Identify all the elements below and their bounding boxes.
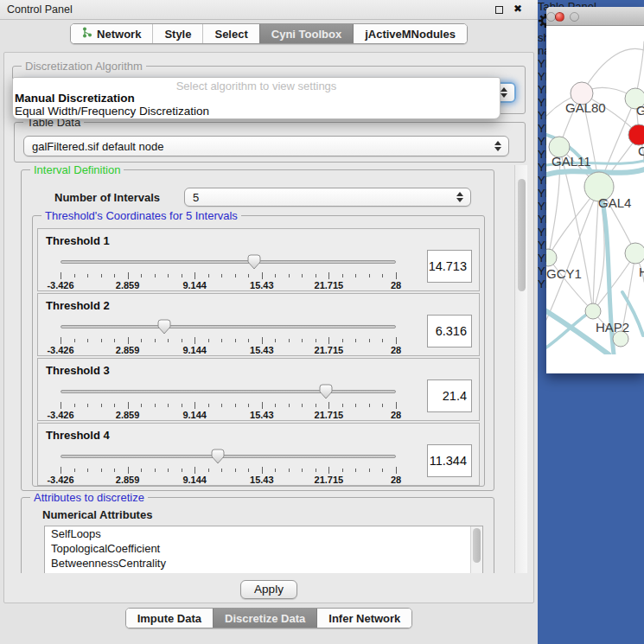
network-canvas[interactable]: GAL80GACGAL11GAL4GCY1HHAP2 — [546, 7, 644, 354]
network-node-label: H — [639, 265, 644, 279]
tick-label: -3.426 — [47, 475, 73, 485]
tick-mark — [328, 272, 329, 279]
tick-mark — [208, 274, 209, 277]
tick-mark — [221, 339, 222, 342]
tick-label: 15.43 — [250, 345, 274, 355]
tick-mark — [114, 274, 115, 277]
number-of-intervals-combobox[interactable]: 5 — [184, 188, 471, 207]
table-data-value: galFiltered.sif default node — [32, 140, 163, 153]
tick-mark — [275, 469, 276, 472]
slider-thumb[interactable] — [319, 384, 333, 399]
threshold-value-field[interactable]: 21.4 — [427, 379, 472, 412]
tick-label: 15.43 — [250, 475, 274, 485]
slider-thumb[interactable] — [157, 319, 171, 335]
tick-mark — [182, 339, 182, 342]
cyni-toolbox-panel: Discretization Algorithm Select algorith… — [3, 52, 534, 603]
combo-arrows-icon — [456, 192, 463, 202]
tick-label: 28 — [391, 410, 401, 420]
attribute-item[interactable]: SelfLoops — [45, 526, 482, 541]
tab-label: jActiveMNodules — [365, 28, 456, 41]
slider-thumb[interactable] — [211, 449, 225, 464]
tick-mark — [221, 404, 222, 407]
tick-mark — [289, 339, 290, 342]
algorithm-option[interactable]: Equal Width/Frequency Discretization — [13, 105, 500, 118]
tick-mark — [289, 404, 290, 407]
tick-mark — [208, 339, 209, 342]
tick-mark — [128, 467, 129, 474]
tab-impute-data[interactable]: Impute Data — [126, 609, 213, 628]
tick-label: 9.144 — [182, 345, 207, 355]
attribute-item[interactable]: TopologicalCoefficient — [45, 541, 482, 556]
tick-mark — [302, 274, 303, 277]
network-icon — [82, 27, 92, 41]
tick-mark — [355, 469, 356, 472]
float-window-icon[interactable] — [495, 6, 503, 14]
tick-mark — [87, 404, 88, 407]
tick-label: -3.426 — [47, 345, 73, 355]
tick-label: 2.859 — [116, 345, 140, 355]
tab-infer-network[interactable]: Infer Network — [316, 609, 411, 628]
tick-mark — [396, 272, 397, 279]
threshold-value-field[interactable]: 6.316 — [427, 315, 472, 348]
algorithm-option[interactable]: Manual Discretization — [13, 92, 500, 105]
top-tab-bar: NetworkStyleSelectCyni ToolboxjActiveMNo… — [70, 23, 468, 44]
threshold-value-field[interactable]: 14.713 — [427, 250, 472, 283]
threshold-value-field[interactable]: 11.344 — [427, 444, 472, 477]
tick-label: 2.859 — [116, 475, 140, 485]
control-panel-title: Control Panel — [7, 3, 73, 16]
tick-mark — [248, 339, 249, 342]
tab-select[interactable]: Select — [202, 24, 258, 43]
number-of-intervals-value: 5 — [193, 191, 199, 204]
slider-track — [61, 325, 396, 328]
slider-ticks — [61, 272, 396, 279]
numerical-attributes-list[interactable]: SelfLoopsTopologicalCoefficientBetweenne… — [44, 526, 483, 573]
algorithm-placeholder: Select algorithm to view settings — [13, 78, 500, 92]
attributes-scrollbar-thumb[interactable] — [473, 528, 481, 563]
tick-mark — [155, 404, 156, 407]
tick-mark — [396, 337, 397, 344]
tab-jactivemnodules[interactable]: jActiveMNodules — [353, 24, 467, 43]
tick-mark — [262, 467, 263, 474]
threshold-slider[interactable]: -3.4262.8599.14415.4321.71528 — [61, 448, 396, 484]
tick-mark — [87, 339, 88, 342]
tick-mark — [316, 469, 316, 472]
apply-button[interactable]: Apply — [240, 580, 297, 599]
threshold-slider[interactable]: -3.4262.8599.14415.4321.71528 — [61, 318, 396, 354]
tick-mark — [289, 274, 290, 277]
tab-label: Impute Data — [137, 612, 201, 625]
attributes-list-scrollbar[interactable] — [470, 526, 482, 573]
table-data-combobox[interactable]: galFiltered.sif default node — [23, 136, 509, 156]
minimize-traffic-light-icon[interactable] — [570, 12, 579, 22]
network-node-label: GCY1 — [546, 266, 582, 281]
threshold-slider[interactable]: -3.4262.8599.14415.4321.71528 — [61, 253, 396, 290]
close-traffic-light-icon[interactable] — [555, 12, 564, 22]
network-node-label: GAL11 — [552, 154, 591, 169]
tick-mark — [235, 404, 236, 407]
numerical-attributes-label: Numerical Attributes — [42, 508, 152, 521]
threshold-slider[interactable]: -3.4262.8599.14415.4321.71528 — [61, 383, 396, 419]
settings-scrollbar-thumb[interactable] — [518, 179, 526, 291]
tab-cyni-toolbox[interactable]: Cyni Toolbox — [259, 24, 353, 43]
tab-label: Select — [214, 28, 247, 41]
tab-label: Discretize Data — [225, 612, 305, 625]
tab-discretize-data[interactable]: Discretize Data — [213, 609, 316, 628]
tick-mark — [128, 272, 129, 279]
tick-mark — [61, 402, 61, 409]
tab-style[interactable]: Style — [152, 24, 202, 43]
tick-mark — [355, 339, 356, 342]
zoom-traffic-light-icon[interactable] — [546, 12, 556, 22]
tick-mark — [355, 274, 356, 277]
tab-network[interactable]: Network — [71, 24, 152, 43]
attribute-item[interactable]: BetweennessCentrality — [45, 556, 482, 571]
tick-mark — [141, 469, 142, 472]
tick-mark — [328, 337, 329, 344]
close-icon[interactable]: ✖ — [513, 3, 522, 15]
algorithm-dropdown-popup: Select algorithm to view settings Manual… — [12, 77, 501, 119]
tick-mark — [61, 467, 61, 474]
settings-vertical-scrollbar[interactable] — [514, 165, 527, 573]
tick-mark — [221, 469, 222, 472]
tick-mark — [141, 339, 142, 342]
tick-mark — [382, 274, 383, 277]
slider-thumb[interactable] — [247, 254, 261, 270]
tick-mark — [396, 467, 397, 474]
